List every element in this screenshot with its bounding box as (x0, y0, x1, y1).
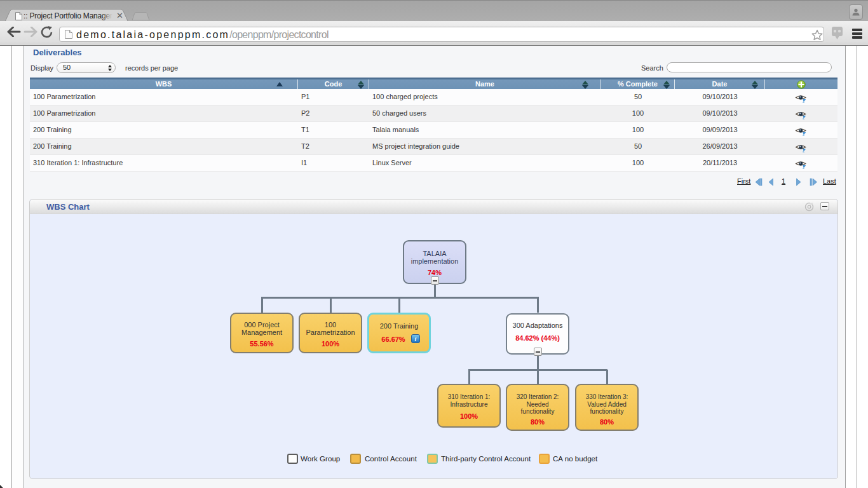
svg-text:i: i (415, 336, 417, 342)
